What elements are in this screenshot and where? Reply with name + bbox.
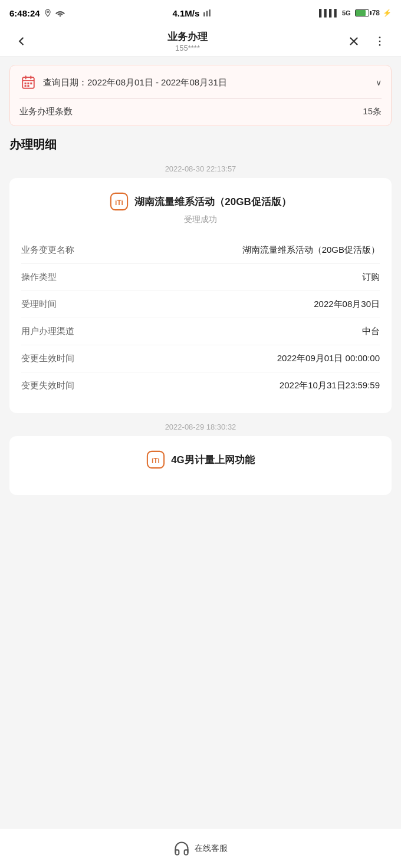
- battery-percent: 78: [372, 9, 380, 17]
- detail-row-2: 受理时间 2022年08月30日: [21, 291, 380, 318]
- detail-key-3: 用户办理渠道: [21, 326, 92, 337]
- svg-point-5: [379, 37, 381, 38]
- signal-bars: ▌▌▌▌: [319, 9, 339, 17]
- svg-rect-1: [206, 11, 208, 16]
- record-card-1: iTi 湖南流量维系活动（20GB促活版） 受理成功 业务变更名称 湖南流量维系…: [9, 178, 392, 413]
- detail-table-1: 业务变更名称 湖南流量维系活动（20GB促活版） 操作类型 订购 受理时间 20…: [21, 237, 380, 399]
- detail-row-0: 业务变更名称 湖南流量维系活动（20GB促活版）: [21, 237, 380, 263]
- date-filter-card[interactable]: 查询日期：2022年08月01日 - 2022年08月31日 ∨ 业务办理条数 …: [9, 65, 392, 126]
- detail-val-2: 2022年08月30日: [92, 299, 380, 310]
- wifi-icon: [55, 9, 65, 17]
- headphone-icon: [173, 840, 190, 857]
- signal-5g: 5G: [342, 9, 351, 16]
- bottom-spacer: [0, 495, 401, 542]
- divider: [19, 98, 382, 99]
- close-button[interactable]: [342, 29, 366, 53]
- record-name-2: 4G男计量上网功能: [171, 453, 255, 467]
- nav-title: 业务办理: [167, 30, 208, 44]
- svg-rect-15: [25, 85, 27, 87]
- svg-point-6: [379, 40, 381, 42]
- record-card-2-partial: iTi 4G男计量上网功能: [9, 436, 392, 495]
- record-title-row: iTi 湖南流量维系活动（20GB促活版）: [110, 192, 291, 211]
- count-value: 15条: [363, 106, 382, 117]
- more-button[interactable]: [368, 29, 392, 53]
- nav-subtitle: 155****: [175, 44, 200, 52]
- section-title: 办理明细: [0, 126, 401, 157]
- chevron-down-icon: ∨: [376, 78, 382, 87]
- status-speed: 4.1M/s: [172, 8, 211, 18]
- record-name-1: 湖南流量维系活动（20GB促活版）: [134, 195, 291, 209]
- location-icon: [44, 9, 52, 17]
- detail-val-5: 2022年10月31日23:59:59: [92, 380, 380, 391]
- service-icon-1: iTi: [110, 192, 129, 211]
- svg-rect-0: [203, 12, 205, 16]
- record-header-2: iTi 4G男计量上网功能: [21, 450, 380, 469]
- network-icon: [203, 9, 211, 17]
- detail-key-0: 业务变更名称: [21, 245, 92, 256]
- svg-text:iTi: iTi: [152, 457, 160, 465]
- timestamp-1: 2022-08-30 22:13:57: [0, 164, 401, 173]
- status-bar: 6:48:24 4.1M/s ▌▌▌▌ 5G 78 ⚡: [0, 0, 401, 26]
- svg-rect-13: [27, 82, 29, 84]
- detail-row-3: 用户办理渠道 中台: [21, 318, 380, 345]
- status-right: ▌▌▌▌ 5G 78 ⚡: [319, 9, 392, 17]
- detail-row-5: 变更失效时间 2022年10月31日23:59:59: [21, 372, 380, 399]
- record-status-1: 受理成功: [184, 214, 217, 225]
- count-label: 业务办理条数: [19, 106, 73, 117]
- nav-bar: 业务办理 155****: [0, 26, 401, 57]
- detail-row-4: 变更生效时间 2022年09月01日 00:00:00: [21, 345, 380, 372]
- calendar-icon: [19, 74, 37, 91]
- detail-key-5: 变更失效时间: [21, 380, 92, 391]
- svg-text:iTi: iTi: [115, 199, 123, 207]
- record-header-1: iTi 湖南流量维系活动（20GB促活版） 受理成功: [21, 192, 380, 225]
- svg-rect-12: [25, 82, 27, 84]
- bottom-bar-label: 在线客服: [195, 843, 228, 854]
- svg-rect-2: [209, 9, 211, 16]
- speed-display: 4.1M/s: [172, 8, 199, 18]
- nav-right-buttons: [342, 29, 392, 53]
- nav-title-block: 业务办理 155****: [167, 30, 208, 52]
- charging-icon: ⚡: [383, 9, 392, 17]
- svg-rect-14: [30, 82, 32, 84]
- svg-rect-16: [27, 85, 29, 87]
- detail-val-3: 中台: [92, 326, 380, 337]
- svg-point-7: [379, 44, 381, 46]
- status-time: 6:48:24: [9, 8, 65, 18]
- service-icon-2: iTi: [146, 450, 165, 469]
- battery-fill: [356, 10, 366, 16]
- detail-key-2: 受理时间: [21, 299, 92, 310]
- detail-val-4: 2022年09月01日 00:00:00: [92, 353, 380, 364]
- detail-row-1: 操作类型 订购: [21, 263, 380, 291]
- count-row: 业务办理条数 15条: [19, 106, 382, 117]
- detail-key-4: 变更生效时间: [21, 353, 92, 364]
- detail-val-1: 订购: [92, 272, 380, 283]
- detail-val-0: 湖南流量维系活动（20GB促活版）: [92, 245, 380, 256]
- detail-key-1: 操作类型: [21, 272, 92, 283]
- date-filter-text: 查询日期：2022年08月01日 - 2022年08月31日: [43, 77, 370, 88]
- timestamp-2: 2022-08-29 18:30:32: [0, 423, 401, 431]
- bottom-bar[interactable]: 在线客服: [0, 828, 401, 868]
- back-button[interactable]: [9, 29, 33, 53]
- time-display: 6:48:24: [9, 8, 40, 18]
- date-filter-row[interactable]: 查询日期：2022年08月01日 - 2022年08月31日 ∨: [19, 74, 382, 91]
- battery-indicator: [355, 9, 369, 16]
